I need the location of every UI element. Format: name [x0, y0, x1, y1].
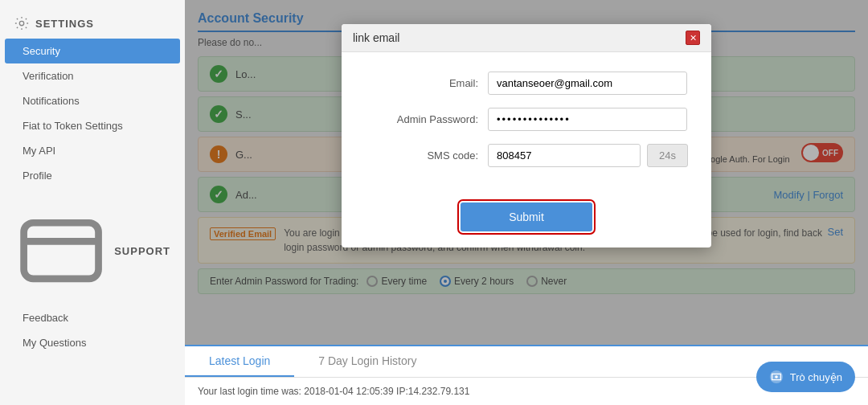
email-label: Email:: [366, 77, 478, 89]
modal-header: link email ✕: [342, 24, 711, 52]
sms-label: SMS code:: [366, 149, 478, 162]
sms-input[interactable]: [488, 144, 641, 167]
sidebar-item-verification[interactable]: Verification: [0, 63, 185, 88]
account-security-area: Account Security Please do no... ✓ Lo...…: [185, 0, 868, 345]
sms-input-group: 24s: [488, 144, 688, 167]
sidebar-item-security[interactable]: Security: [5, 39, 180, 63]
modal-footer: Submit: [342, 196, 711, 248]
sidebar: Settings Security Verification Notificat…: [0, 0, 185, 405]
chat-button[interactable]: Trò chuyện: [756, 362, 855, 392]
main-content: Account Security Please do no... ✓ Lo...…: [185, 0, 868, 405]
submit-button[interactable]: Submit: [461, 202, 592, 231]
admin-password-form-row: Admin Password:: [366, 108, 687, 131]
admin-password-input[interactable]: [488, 108, 687, 131]
tab-latest-login[interactable]: Latest Login: [185, 346, 294, 377]
tab-7day-history[interactable]: 7 Day Login History: [294, 346, 440, 377]
sidebar-item-profile[interactable]: Profile: [0, 163, 185, 188]
sms-timer: 24s: [647, 144, 688, 167]
sms-form-row: SMS code: 24s: [366, 144, 687, 167]
settings-icon: [14, 16, 29, 31]
sidebar-item-my-api[interactable]: My API: [0, 138, 185, 163]
email-input[interactable]: [488, 72, 687, 95]
admin-password-label: Admin Password:: [366, 113, 478, 125]
svg-rect-1: [24, 223, 99, 279]
chat-label: Trò chuyện: [790, 371, 842, 383]
modal-body: Email: Admin Password: SMS code: 24s: [342, 52, 711, 196]
link-email-modal: link email ✕ Email: Admin Password:: [342, 24, 711, 248]
modal-close-button[interactable]: ✕: [686, 31, 700, 45]
modal-title: link email: [353, 31, 399, 44]
last-login-info: Your last login time was: 2018-01-04 12:…: [198, 386, 469, 397]
sidebar-item-my-questions[interactable]: My Questions: [0, 330, 185, 355]
sidebar-item-notifications[interactable]: Notifications: [0, 88, 185, 113]
chat-icon: [769, 370, 784, 384]
svg-point-0: [19, 21, 23, 25]
settings-section-header: Settings: [0, 8, 185, 39]
support-icon: [14, 204, 108, 297]
svg-point-3: [775, 375, 778, 378]
sidebar-item-feedback[interactable]: Feedback: [0, 305, 185, 330]
modal-overlay: link email ✕ Email: Admin Password:: [185, 0, 868, 345]
sidebar-item-fiat-to-token[interactable]: Fiat to Token Settings: [0, 113, 185, 138]
settings-label: Settings: [35, 18, 94, 30]
email-form-row: Email:: [366, 72, 687, 95]
support-section-header: Support: [0, 196, 185, 305]
